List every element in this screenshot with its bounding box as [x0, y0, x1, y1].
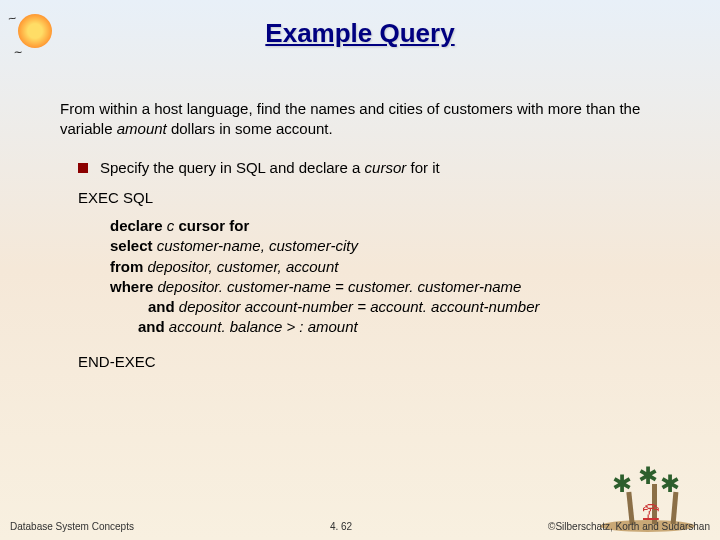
sql-keyword: and [148, 298, 179, 315]
bullet-post: for it [406, 159, 439, 176]
intro-text: From within a host language, find the na… [60, 99, 660, 140]
footer-right: ©Silberschatz, Korth and Sudarshan [548, 521, 710, 532]
sql-line-select: select customer-name, customer-city [110, 236, 660, 256]
sql-keyword: from [110, 258, 148, 275]
sql-ident: c [167, 217, 179, 234]
sql-keyword: cursor for [178, 217, 249, 234]
palm-leaves-icon: ✱ [612, 470, 632, 498]
sql-line-and1: and depositor account-number = account. … [110, 297, 660, 317]
sql-line-where: where depositor. customer-name = custome… [110, 277, 660, 297]
slide-content: From within a host language, find the na… [0, 49, 720, 372]
sun-decoration: ~ ~ [8, 8, 64, 56]
sql-keyword: where [110, 278, 158, 295]
slide-footer: Database System Concepts 4. 62 ©Silbersc… [0, 521, 720, 532]
bullet-icon [78, 163, 88, 173]
sql-code-block: declare c cursor for select customer-nam… [110, 216, 660, 338]
sql-ident: account. balance > : amount [169, 318, 358, 335]
sql-keyword: and [138, 318, 169, 335]
bullet-emphasis: cursor [365, 159, 407, 176]
footer-center: 4. 62 [330, 521, 352, 532]
sql-line-and2: and account. balance > : amount [110, 317, 660, 337]
slide-title: Example Query [0, 0, 720, 49]
sql-line-declare: declare c cursor for [110, 216, 660, 236]
bullet-text: Specify the query in SQL and declare a c… [100, 158, 440, 178]
bird-icon: ~ [7, 9, 18, 26]
sql-ident: depositor, customer, account [148, 258, 339, 275]
sql-ident: customer-name, customer-city [157, 237, 358, 254]
intro-variable: amount [117, 120, 167, 137]
intro-post: dollars in some account. [167, 120, 333, 137]
bird-icon: ~ [13, 44, 23, 61]
sun-icon [18, 14, 52, 48]
palm-leaves-icon: ✱ [660, 470, 680, 498]
bullet-pre: Specify the query in SQL and declare a [100, 159, 365, 176]
bullet-item: Specify the query in SQL and declare a c… [78, 158, 660, 178]
sql-line-from: from depositor, customer, account [110, 257, 660, 277]
sql-ident: depositor account-number = account. acco… [179, 298, 540, 315]
exec-sql-end: END-EXEC [78, 352, 660, 372]
exec-sql-start: EXEC SQL [78, 188, 660, 208]
sql-ident: depositor. customer-name = customer. cus… [158, 278, 522, 295]
sql-keyword: select [110, 237, 157, 254]
footer-left: Database System Concepts [10, 521, 134, 532]
palm-leaves-icon: ✱ [638, 462, 658, 490]
sql-keyword: declare [110, 217, 167, 234]
